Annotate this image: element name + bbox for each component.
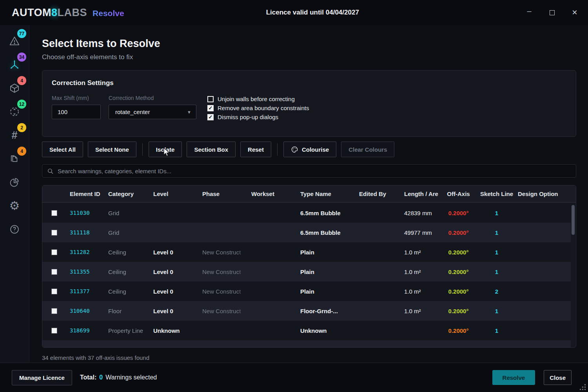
column-header[interactable]: Type Name [297, 191, 356, 197]
length-area-cell: - [401, 347, 438, 348]
badge-count: 4 [17, 76, 26, 85]
search-input[interactable] [58, 168, 571, 174]
checkbox-unjoin-walls[interactable]: Unjoin walls before correcting [207, 96, 309, 102]
sidebar-item-reports[interactable] [7, 175, 22, 190]
brand-logo: AUTOM8LABS Resolve [12, 7, 124, 19]
column-header[interactable]: Workset [248, 191, 297, 197]
search-icon [47, 168, 54, 174]
licence-status: Licence valid until 04/04/2027 [124, 9, 524, 16]
resize-grip-icon[interactable] [579, 384, 586, 390]
column-header[interactable]: Edited By [356, 191, 401, 197]
settings-title: Correction Settings [52, 79, 566, 87]
isolate-button[interactable]: Isolate [149, 142, 182, 157]
row-checkbox[interactable] [51, 328, 57, 334]
row-checkbox[interactable] [51, 347, 57, 348]
column-header[interactable]: Sketch Line [475, 191, 515, 197]
manage-licence-button[interactable]: Manage Licence [12, 370, 72, 385]
checkbox-box[interactable]: ✓ [207, 114, 214, 120]
row-checkbox-cell [42, 328, 64, 334]
element-id-link[interactable]: 318699 [64, 327, 105, 334]
sidebar-item-warnings[interactable]: 77 [7, 34, 22, 49]
row-checkbox-cell [42, 230, 64, 236]
level-cell: Level 0 [150, 269, 199, 275]
row-checkbox-cell [42, 249, 64, 255]
table-body: 311030 Grid 6.5mm Bubble 42839 mm 0.2000… [42, 203, 571, 347]
correction-settings-panel: Correction Settings Max Shift (mm) Corre… [42, 70, 576, 137]
off-axis-cell: 0.2000° [438, 249, 475, 256]
length-area-cell: 1.0 m² [401, 308, 438, 314]
sidebar-item-duplicates[interactable]: 4 [7, 151, 22, 166]
table-row[interactable]: - [42, 340, 571, 347]
sidebar-item-help[interactable] [7, 222, 22, 237]
element-id-link[interactable]: 311118 [64, 229, 105, 236]
total-suffix: Warnings selected [105, 374, 157, 381]
row-checkbox[interactable] [51, 210, 57, 216]
table-row[interactable]: 311030 Grid 6.5mm Bubble 42839 mm 0.2000… [42, 203, 571, 223]
table-scrollbar[interactable] [571, 203, 575, 347]
colourise-button[interactable]: Colourise [283, 142, 336, 157]
row-checkbox[interactable] [51, 230, 57, 236]
category-cell: Floor [105, 308, 150, 314]
element-id-link[interactable]: 311282 [64, 249, 105, 255]
row-checkbox[interactable] [51, 308, 57, 314]
select-none-button[interactable]: Select None [88, 142, 136, 157]
table-row[interactable]: 311118 Grid 6.5mm Bubble 49977 mm 0.2000… [42, 223, 571, 242]
page-title: Select Items to Resolve [42, 38, 576, 50]
palette-icon [291, 146, 298, 153]
column-header[interactable]: Length / Are [401, 191, 438, 197]
reset-button[interactable]: Reset [240, 142, 271, 157]
checkbox-box[interactable] [207, 96, 214, 102]
level-cell: Level 0 [150, 308, 199, 314]
type-name-cell: Plain [297, 288, 356, 295]
checkbox-label: Unjoin walls before correcting [218, 96, 295, 102]
table-row[interactable]: 310640 Floor Level 0 New Construct Floor… [42, 301, 571, 321]
checkbox-dismiss-popups[interactable]: ✓ Dismiss pop-up dialogs [207, 114, 309, 120]
element-id-link[interactable]: 311377 [64, 288, 105, 294]
table-row[interactable]: 311282 Ceiling Level 0 New Construct Pla… [42, 242, 571, 262]
checkbox-box[interactable]: ✓ [207, 105, 214, 111]
brand-autom: AUTOM [12, 7, 51, 18]
table-row[interactable]: 311377 Ceiling Level 0 New Construct Pla… [42, 281, 571, 301]
sidebar-item-settings[interactable]: ⚙ [7, 198, 22, 213]
badge-count: 34 [17, 53, 26, 62]
column-header[interactable]: Element ID [64, 191, 105, 197]
row-checkbox[interactable] [51, 269, 57, 275]
column-header[interactable]: Design Option [515, 191, 571, 197]
search-bar[interactable] [42, 164, 576, 178]
off-axis-cell: 0.2000° [438, 210, 475, 216]
column-header[interactable]: Category [105, 191, 150, 197]
element-id-link[interactable]: 311030 [64, 210, 105, 216]
sidebar-item-numbering[interactable]: # 2 [7, 128, 22, 143]
close-window-button[interactable]: ✕ [570, 8, 579, 17]
select-all-button[interactable]: Select All [42, 142, 83, 157]
table-row[interactable]: 311355 Ceiling Level 0 New Construct Pla… [42, 262, 571, 281]
resolve-button[interactable]: Resolve [492, 370, 535, 385]
element-id-link[interactable]: 311355 [64, 269, 105, 275]
column-header[interactable]: Phase [199, 191, 248, 197]
toolbar: Select All Select None Isolate Section B… [42, 142, 576, 157]
column-header[interactable]: Level [150, 191, 199, 197]
row-checkbox[interactable] [51, 249, 57, 255]
scrollbar-thumb[interactable] [572, 205, 575, 235]
checkbox-remove-area-constraints[interactable]: ✓ Remove area boundary constraints [207, 105, 309, 111]
off-axis-cell: 0.2000° [438, 288, 475, 295]
row-checkbox[interactable] [51, 289, 57, 294]
badge-count: 77 [17, 29, 26, 38]
section-box-button[interactable]: Section Box [187, 142, 236, 157]
category-cell: Ceiling [105, 288, 150, 295]
type-name-cell: Plain [297, 249, 356, 256]
element-id-link[interactable]: 310640 [64, 308, 105, 314]
sketch-lines-cell: 1 [475, 327, 515, 334]
sidebar-item-model[interactable]: 4 [7, 81, 22, 96]
clear-colours-button[interactable]: Clear Colours [341, 142, 394, 157]
close-button[interactable]: Close [544, 370, 572, 385]
table-row[interactable]: 318699 Property Line Unknown Unknown 0.2… [42, 321, 571, 340]
max-shift-input[interactable] [52, 105, 101, 119]
correction-method-select[interactable]: rotate_center ▼ [109, 105, 196, 119]
badge-count: 2 [17, 123, 26, 132]
minimize-button[interactable]: – [524, 8, 534, 17]
column-header[interactable]: Off-Axis [438, 191, 475, 197]
sidebar-item-off-axis[interactable]: 34 [7, 57, 22, 72]
maximize-button[interactable] [547, 8, 557, 17]
sidebar-item-move[interactable]: 12 [7, 104, 22, 119]
